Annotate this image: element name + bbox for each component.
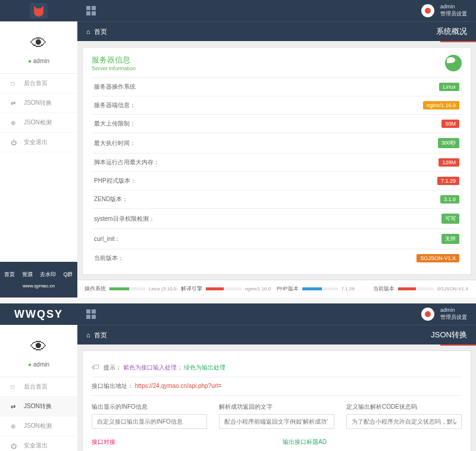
- breadcrumb-home[interactable]: 首页: [94, 27, 107, 36]
- notification-icon[interactable]: [421, 4, 434, 17]
- nav: □后台首页⇄JSON转换⊕JSON检测⏻安全退出: [0, 73, 77, 152]
- status-item: 解译引擎nginx/1.16.0: [181, 285, 277, 293]
- user-menu[interactable]: admin 管理员设置: [440, 4, 467, 17]
- statusbar: 操作系统Linux (3.10.0-解译引擎nginx/1.16.0PHP版本7…: [77, 280, 476, 297]
- profile-name: admin: [0, 361, 77, 368]
- user-name: admin: [440, 4, 467, 11]
- info-label: ZEND版本：: [94, 195, 128, 203]
- info-label: 脚本运行占用最大内存：: [94, 158, 159, 167]
- info-row: 最大执行时间：300秒: [92, 133, 462, 153]
- user-menu[interactable]: admin 管理员设置: [440, 307, 467, 321]
- eye-icon: 👁: [0, 33, 77, 53]
- form-label: 输出显示的INFO信息: [92, 403, 207, 411]
- info-badge: 7.1.29: [437, 177, 459, 185]
- sidebar-footer: 首页资源去水印Q群 www.qymao.cn: [0, 262, 77, 297]
- page-title: JSON转换: [431, 330, 467, 340]
- info-badge: 300秒: [438, 138, 459, 148]
- form-label: 解析成功返回的文字: [219, 403, 334, 411]
- footer-link[interactable]: 资源: [22, 271, 33, 278]
- nav-item[interactable]: ⇄JSON转换: [0, 397, 77, 416]
- nav-label: 安全退出: [24, 441, 48, 450]
- nav-item[interactable]: ⊕JSON检测: [0, 113, 77, 133]
- info-row: PHP程式版本：7.1.29: [92, 171, 462, 190]
- form-label: 定义输出解析CODE状态码: [346, 403, 462, 411]
- info-row: 当前版本：SGJSON-V1.X: [92, 249, 462, 267]
- profile-name: admin: [0, 58, 77, 64]
- home-icon[interactable]: ⌂: [86, 331, 90, 339]
- footer-link[interactable]: 去水印: [40, 271, 56, 278]
- user-role: 管理员设置: [440, 11, 467, 18]
- breadcrumb-home[interactable]: 首页: [94, 331, 107, 340]
- status-label: 操作系统: [84, 285, 106, 293]
- nav-icon: ⇄: [11, 100, 18, 107]
- info-badge: nginx/1.16.0: [423, 101, 459, 109]
- status-value: Linux (3.10.0-: [149, 286, 178, 292]
- nav-icon: ⏻: [11, 139, 18, 146]
- server-info-card: 服务器信息 Server Information 服务器操作系统Linux服务器…: [82, 47, 471, 275]
- info-label: 最大上传限制：: [94, 120, 136, 128]
- nav-item[interactable]: □后台首页: [0, 74, 77, 93]
- addr-label: 接口输出地址：: [92, 383, 133, 389]
- eye-icon: 👁: [0, 337, 77, 356]
- info-badge: 可写: [441, 214, 459, 224]
- logo-text: WWQSY: [14, 308, 63, 321]
- nav-label: JSON检测: [24, 422, 52, 430]
- status-label: 解译引擎: [181, 285, 202, 293]
- info-row: system目录权限检测：可写: [92, 208, 462, 228]
- nav-label: JSON检测: [24, 118, 52, 127]
- notification-icon[interactable]: [421, 308, 434, 321]
- info-badge: 3.1.0: [440, 195, 459, 203]
- sidebar: 👁 admin □后台首页⇄JSON转换⊕JSON检测⏻安全退出 首页资源去水印…: [0, 21, 77, 297]
- status-label: PHP版本: [277, 285, 299, 293]
- nav-item[interactable]: □后台首页: [0, 377, 77, 397]
- info-row: 服务器端信息：nginx/1.16.0: [92, 96, 462, 114]
- nav-label: JSON转换: [24, 402, 52, 411]
- nav: □后台首页⇄JSON转换⊕JSON检测⏻安全退出: [0, 377, 77, 451]
- logo[interactable]: [0, 0, 77, 21]
- status-item: 操作系统Linux (3.10.0-: [84, 285, 181, 293]
- breadcrumb: ⌂首页 系统概况: [77, 21, 476, 41]
- sidebar: 👁 admin □后台首页⇄JSON转换⊕JSON检测⏻安全退出 首页资源去水印…: [0, 325, 77, 451]
- form-input[interactable]: [92, 414, 207, 429]
- info-badge: 支持: [441, 234, 459, 244]
- info-label: 最大执行时间：: [94, 139, 136, 148]
- status-value: nginx/1.16.0: [245, 286, 271, 292]
- nav-item[interactable]: ⏻安全退出: [0, 133, 77, 152]
- nav-item[interactable]: ⏻安全退出: [0, 436, 77, 451]
- profile: 👁 admin: [0, 21, 77, 73]
- logo-cat-icon: [30, 3, 48, 18]
- info-row: 最大上传限制：50M: [92, 114, 462, 133]
- header: admin 管理员设置: [0, 0, 476, 21]
- nav-item[interactable]: ⊕JSON检测: [0, 416, 77, 436]
- section-label: 输出接口标题AD: [283, 438, 462, 446]
- hint-purple: 紫色为接口输入处理；: [123, 364, 183, 371]
- status-label: 当前版本: [373, 285, 394, 293]
- form-input[interactable]: [346, 414, 462, 429]
- logo[interactable]: WWQSY: [0, 303, 77, 325]
- form-input[interactable]: [219, 414, 334, 429]
- info-row: curl_init：支持: [92, 228, 462, 249]
- nav-icon: □: [11, 80, 18, 87]
- addr-link[interactable]: https://24.qymao.cn/api.php?url=: [135, 383, 221, 389]
- nav-icon: ⇄: [11, 403, 18, 410]
- user-name: admin: [440, 307, 467, 314]
- card-title-en: Server Information: [92, 65, 136, 71]
- info-label: 服务器端信息：: [94, 101, 136, 109]
- footer-link[interactable]: Q群: [63, 271, 73, 278]
- footer-link[interactable]: 首页: [4, 271, 15, 278]
- info-badge: Linux: [439, 83, 459, 91]
- apps-icon[interactable]: [86, 309, 96, 319]
- svg-point-0: [36, 11, 37, 12]
- hint-green: 绿色为输出处理: [184, 364, 226, 371]
- nav-item[interactable]: ⇄JSON转换: [0, 93, 77, 113]
- panel-json-convert: WWQSY admin 管理员设置 👁 admin □后台首页⇄JSON转换⊕J…: [0, 303, 476, 451]
- nav-icon: ⊕: [11, 120, 18, 126]
- nav-label: 后台首页: [24, 383, 48, 391]
- nav-icon: □: [11, 384, 18, 390]
- card-title-cn: 服务器信息: [92, 55, 136, 65]
- home-icon[interactable]: ⌂: [86, 28, 90, 35]
- apps-icon[interactable]: [86, 6, 96, 15]
- status-item: 当前版本SGJSON-V1.X: [373, 285, 469, 293]
- tag-icon: 🏷: [92, 363, 99, 371]
- status-value: 7.1.29: [342, 286, 355, 292]
